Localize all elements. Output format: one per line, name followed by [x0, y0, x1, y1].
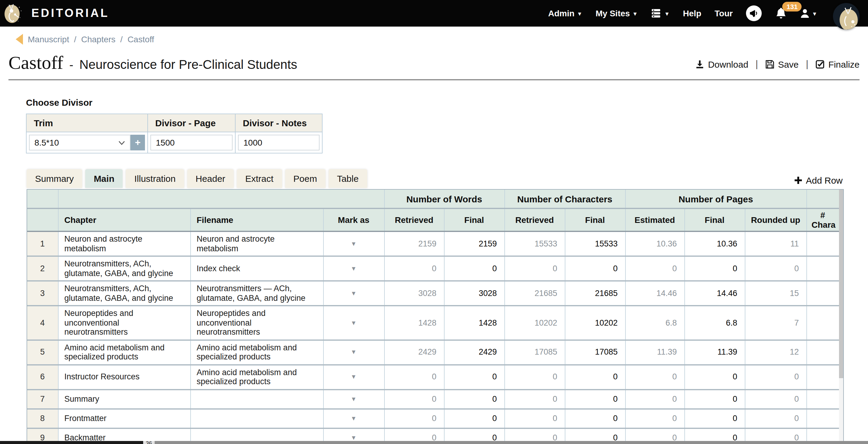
mark-as-dropdown[interactable]: ▼	[323, 306, 384, 340]
mark-as-dropdown[interactable]: ▼	[323, 389, 384, 409]
chapter-cell[interactable]: Amino acid metabolism and specialized pr…	[58, 340, 190, 364]
mark-as-dropdown[interactable]: ▼	[323, 364, 384, 389]
num-chars-cell	[806, 340, 839, 364]
pages-final-cell[interactable]: 11.39	[684, 340, 745, 364]
mark-as-dropdown[interactable]: ▼	[323, 256, 384, 281]
words-final-cell[interactable]: 3028	[444, 281, 504, 306]
row-number: 3	[27, 281, 58, 306]
tab-header[interactable]: Header	[187, 169, 234, 188]
download-button[interactable]: Download	[695, 59, 748, 69]
chars-final-cell[interactable]: 21685	[565, 281, 625, 306]
mark-as-dropdown[interactable]: ▼	[323, 409, 384, 428]
trim-select[interactable]: 8.5*10	[29, 135, 130, 151]
user-avatar[interactable]	[833, 3, 860, 30]
filename-cell[interactable]: Amino acid metabolism and specialized pr…	[190, 364, 323, 389]
words-final-cell[interactable]: 2429	[444, 340, 504, 364]
vertical-scrollbar-thumb[interactable]	[839, 190, 843, 378]
group-number-of-words: Number of Words	[384, 190, 504, 209]
bottom-page-number: 36	[143, 441, 155, 444]
chars-final-cell[interactable]: 17085	[565, 340, 625, 364]
pages-estimated-cell: 0	[625, 364, 684, 389]
announcements-button[interactable]	[746, 5, 762, 21]
filename-cell[interactable]: Neuropeptides and unconventional neurotr…	[190, 306, 323, 340]
filename-cell[interactable]	[190, 409, 323, 428]
notifications-button[interactable]: 131	[775, 7, 787, 20]
breadcrumb-castoff[interactable]: Castoff	[127, 34, 154, 44]
mark-as-dropdown[interactable]: ▼	[323, 340, 384, 364]
tab-summary[interactable]: Summary	[27, 169, 82, 188]
back-arrow-icon[interactable]	[16, 34, 23, 45]
chapter-cell[interactable]: Neurotransmitters, ACh, glutamate, GABA,…	[58, 281, 190, 306]
breadcrumb-manuscript[interactable]: Manuscript	[28, 34, 69, 44]
words-final-cell[interactable]: 2159	[444, 231, 504, 256]
pages-final-cell[interactable]: 0	[684, 389, 745, 409]
words-final-cell[interactable]: 0	[444, 389, 504, 409]
pages-final-cell[interactable]: 6.8	[684, 306, 745, 340]
filename-cell[interactable]: Neurotransmitters — ACh, glutamate, GABA…	[190, 281, 323, 306]
filename-cell[interactable]: Index check	[190, 256, 323, 281]
tab-table[interactable]: Table	[329, 169, 367, 188]
pages-final-cell[interactable]: 0	[684, 364, 745, 389]
pages-final-cell[interactable]: 0	[684, 409, 745, 428]
megaphone-icon	[749, 8, 759, 18]
nav-help[interactable]: Help	[683, 8, 701, 18]
add-row-button[interactable]: Add Row	[794, 175, 843, 188]
pages-final-cell[interactable]: 10.36	[684, 231, 745, 256]
chars-final-cell[interactable]: 10202	[565, 306, 625, 340]
nav-sites-menu[interactable]: ▼	[651, 8, 670, 18]
table-row: 8Frontmatter▼0000000	[27, 409, 839, 428]
finalize-button[interactable]: Finalize	[816, 59, 860, 69]
table-row: 6Instructor ResourcesAmino acid metaboli…	[27, 364, 839, 389]
chars-final-cell[interactable]: 0	[565, 409, 625, 428]
divisor-notes-input[interactable]	[238, 135, 319, 151]
chars-retrieved-cell: 15533	[504, 231, 565, 256]
rounded-up-cell: 0	[745, 409, 806, 428]
table-row: 2Neurotransmitters, ACh, glutamate, GABA…	[27, 256, 839, 281]
mark-as-dropdown[interactable]: ▼	[323, 231, 384, 256]
chapter-cell[interactable]: Instructor Resources	[58, 364, 190, 389]
chars-final-cell[interactable]: 0	[565, 256, 625, 281]
chapter-cell[interactable]: Summary	[58, 389, 190, 409]
nav-my-sites[interactable]: My Sites▼	[596, 8, 638, 18]
rounded-up-cell: 0	[745, 389, 806, 409]
nav-user-menu[interactable]: ▼	[800, 8, 817, 18]
tab-extract[interactable]: Extract	[237, 169, 282, 188]
chars-final-cell[interactable]: 0	[565, 389, 625, 409]
add-trim-button[interactable]: +	[130, 135, 145, 151]
check-square-icon	[816, 60, 825, 69]
chapter-cell[interactable]: Frontmatter	[58, 409, 190, 428]
tab-main[interactable]: Main	[85, 169, 123, 188]
pages-final-cell[interactable]: 14.46	[684, 281, 745, 306]
chapter-cell[interactable]: Neuron and astrocyte metabolism	[58, 231, 190, 256]
mark-as-dropdown[interactable]: ▼	[323, 281, 384, 306]
vertical-scrollbar[interactable]	[839, 190, 843, 444]
chars-final-cell[interactable]: 0	[565, 364, 625, 389]
app-logo[interactable]	[0, 0, 27, 27]
download-icon	[695, 60, 704, 69]
num-chars-cell	[806, 256, 839, 281]
filename-cell[interactable]: Amino acid metabolism and specialized pr…	[190, 340, 323, 364]
pages-final-cell[interactable]: 0	[684, 256, 745, 281]
nav-tour[interactable]: Tour	[715, 8, 733, 18]
nav-admin[interactable]: Admin▼	[548, 8, 582, 18]
tab-poem[interactable]: Poem	[285, 169, 325, 188]
chars-final-cell[interactable]: 15533	[565, 231, 625, 256]
save-button[interactable]: Save	[765, 59, 799, 69]
breadcrumb-chapters[interactable]: Chapters	[81, 34, 116, 44]
col-words-final: Final	[444, 209, 504, 231]
divisor-page-input[interactable]	[150, 135, 232, 151]
chapter-cell[interactable]: Neurotransmitters, ACh, glutamate, GABA,…	[58, 256, 190, 281]
page-subtitle: Neuroscience for Pre-Clinical Students	[80, 57, 297, 72]
words-final-cell[interactable]: 1428	[444, 306, 504, 340]
words-final-cell[interactable]: 0	[444, 409, 504, 428]
words-final-cell[interactable]: 0	[444, 256, 504, 281]
chapter-cell[interactable]: Neuropeptides and unconventional neurotr…	[58, 306, 190, 340]
filename-cell[interactable]: Neuron and astrocyte metabolism	[190, 231, 323, 256]
filename-cell[interactable]	[190, 389, 323, 409]
chars-retrieved-cell: 17085	[504, 340, 565, 364]
words-final-cell[interactable]: 0	[444, 364, 504, 389]
rounded-up-cell: 15	[745, 281, 806, 306]
tab-illustration[interactable]: Illustration	[126, 169, 184, 188]
breadcrumb: Manuscript / Chapters / Castoff	[16, 34, 868, 45]
words-retrieved-cell: 0	[384, 409, 444, 428]
